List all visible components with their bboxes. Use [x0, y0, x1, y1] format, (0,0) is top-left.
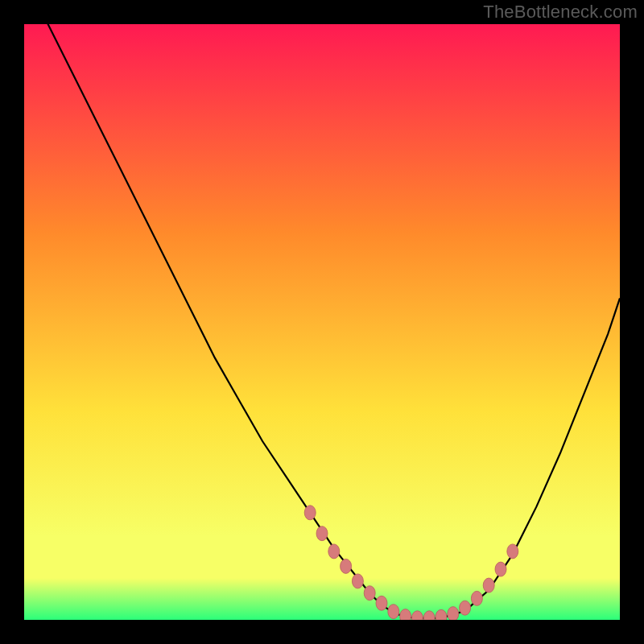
curve-marker — [448, 607, 459, 620]
chart-frame: TheBottleneck.com — [0, 0, 644, 644]
curve-marker — [376, 596, 387, 610]
curve-marker — [483, 578, 494, 592]
plot-area — [24, 24, 620, 620]
curve-marker — [364, 586, 375, 601]
curve-marker — [507, 544, 518, 559]
curve-marker — [471, 591, 482, 605]
curve-marker — [328, 544, 340, 559]
curve-marker — [341, 559, 352, 573]
bottleneck-plot — [24, 24, 620, 620]
curve-marker — [460, 601, 471, 615]
curve-marker — [316, 526, 328, 541]
curve-marker — [352, 574, 363, 588]
curve-marker — [400, 609, 411, 620]
curve-marker — [388, 605, 399, 619]
curve-marker — [495, 562, 506, 576]
curve-marker — [304, 506, 316, 520]
watermark-text: TheBottleneck.com — [483, 2, 638, 23]
